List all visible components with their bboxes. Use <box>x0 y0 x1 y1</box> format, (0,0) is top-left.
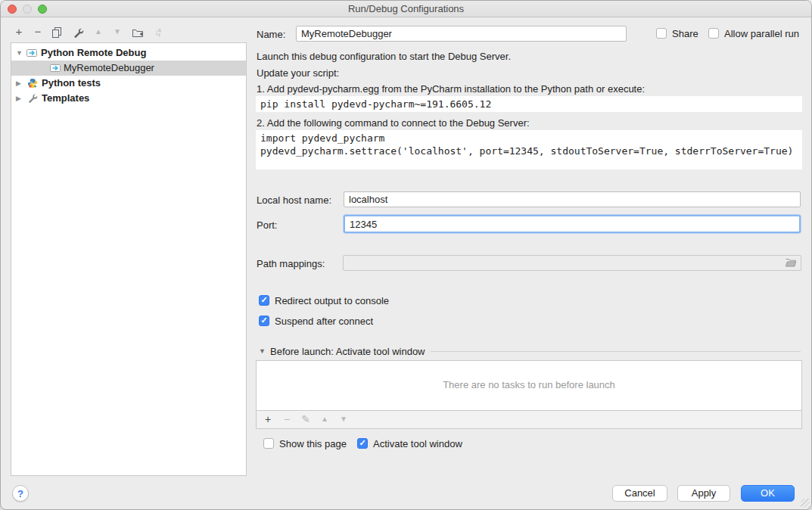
copy-configuration-icon[interactable] <box>49 24 64 39</box>
new-folder-icon[interactable] <box>130 24 145 39</box>
pip-command-box: pip install pydevd-pycharm~=191.6605.12 <box>256 96 802 112</box>
expand-arrow-icon[interactable]: ▶ <box>16 76 21 91</box>
suspend-after-connect-checkbox[interactable] <box>259 316 269 326</box>
help-button[interactable]: ? <box>12 485 29 502</box>
before-launch-task-list[interactable]: There are no tasks to run before launch <box>256 360 802 411</box>
section-divider <box>431 351 801 352</box>
title-bar: Run/Debug Configurations <box>1 1 811 17</box>
before-launch-title: Before launch: Activate tool window <box>270 346 425 358</box>
run-debug-configurations-dialog: Run/Debug Configurations + − ▲ ▼ ↓az ▼ P… <box>0 0 812 510</box>
move-task-up-icon[interactable]: ▲ <box>318 412 331 426</box>
tree-item-python-remote-debug[interactable]: ▼ Python Remote Debug <box>11 45 246 61</box>
show-this-page-label: Show this page <box>279 438 347 450</box>
edit-task-icon[interactable]: ✎ <box>299 412 313 426</box>
activate-tool-window-checkbox[interactable] <box>357 438 368 449</box>
resize-grip[interactable] <box>801 499 810 508</box>
apply-button[interactable]: Apply <box>677 485 730 502</box>
collapse-arrow-icon[interactable]: ▼ <box>16 45 23 61</box>
port-input[interactable] <box>344 215 801 233</box>
name-label: Name: <box>257 29 285 41</box>
browse-folder-icon[interactable] <box>785 257 797 270</box>
settrace-code-box: import pydevd_pycharmpydevd_pycharm.sett… <box>256 130 802 169</box>
close-button[interactable] <box>8 5 17 14</box>
add-task-icon[interactable]: + <box>261 412 275 426</box>
activate-tool-window-label: Activate tool window <box>373 438 462 450</box>
redirect-output-label: Redirect output to console <box>275 295 389 307</box>
name-input[interactable] <box>296 26 627 42</box>
add-configuration-icon[interactable]: + <box>11 24 26 39</box>
remove-configuration-icon[interactable]: − <box>30 24 45 39</box>
remove-task-icon[interactable]: − <box>280 412 294 426</box>
templates-wrench-icon <box>27 93 38 108</box>
move-up-icon[interactable]: ▲ <box>91 24 106 39</box>
edit-templates-wrench-icon[interactable] <box>70 24 86 39</box>
step2-text: 2. Add the following command to connect … <box>257 117 530 129</box>
path-mappings-input[interactable] <box>343 255 801 271</box>
path-mappings-label: Path mappings: <box>257 258 325 270</box>
tree-item-python-tests[interactable]: ▶ Python tests <box>11 76 246 91</box>
share-checkbox[interactable] <box>656 28 667 39</box>
configurations-tree: ▼ Python Remote Debug MyRemoteDebugger ▶… <box>11 42 247 476</box>
local-host-name-input[interactable] <box>344 191 801 207</box>
task-toolbar: + − ✎ ▲ ▼ <box>256 411 802 429</box>
port-label: Port: <box>257 219 277 232</box>
before-launch-collapse-icon[interactable]: ▼ <box>259 347 266 355</box>
empty-tasks-text: There are no tasks to run before launch <box>257 379 801 390</box>
minimize-button[interactable] <box>23 5 32 14</box>
move-task-down-icon[interactable]: ▼ <box>337 412 350 426</box>
allow-parallel-run-checkbox[interactable] <box>708 28 719 39</box>
window-title: Run/Debug Configurations <box>1 1 811 17</box>
tree-item-myremotedebugger[interactable]: MyRemoteDebugger <box>11 61 246 76</box>
update-script-label: Update your script: <box>257 67 339 79</box>
cancel-button[interactable]: Cancel <box>612 485 667 502</box>
expand-arrow-icon[interactable]: ▶ <box>16 91 21 106</box>
allow-parallel-run-label: Allow parallel run <box>724 28 799 40</box>
share-label: Share <box>672 28 698 40</box>
step1-text: 1. Add pydevd-pycharm.egg from the PyCha… <box>257 83 645 95</box>
suspend-after-connect-label: Suspend after connect <box>275 316 373 328</box>
zoom-button[interactable] <box>38 5 47 14</box>
ok-button[interactable]: OK <box>741 485 795 502</box>
intro-text: Launch this debug configuration to start… <box>257 51 511 63</box>
sort-alphabetically-icon[interactable]: ↓az <box>150 24 165 39</box>
redirect-output-checkbox[interactable] <box>259 295 269 306</box>
move-down-icon[interactable]: ▼ <box>110 24 125 39</box>
show-this-page-checkbox[interactable] <box>263 438 274 449</box>
local-host-name-label: Local host name: <box>257 194 331 207</box>
tree-item-templates[interactable]: ▶ Templates <box>11 91 246 106</box>
